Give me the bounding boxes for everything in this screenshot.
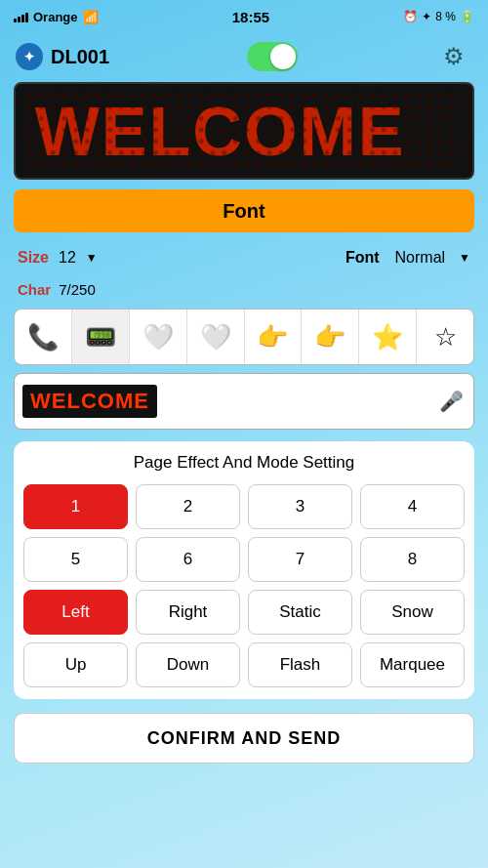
mic-icon[interactable]: 🎤 [439,390,464,413]
emoji-point-right-fill[interactable]: 👉 [302,310,359,364]
char-value: 7/250 [59,281,96,298]
emoji-star-outline[interactable]: ☆ [417,310,473,364]
size-label: Size [18,249,49,267]
effect-btn-snow[interactable]: Snow [360,590,465,635]
effect-grid: 1 2 3 4 5 6 7 8 Left Right Static Snow U… [23,484,465,687]
font-button[interactable]: Font [14,189,474,232]
effect-btn-marquee[interactable]: Marquee [360,642,465,687]
device-name: DL001 [51,46,109,68]
font-dropdown[interactable]: ▼ [459,251,470,265]
emoji-star-fill[interactable]: ⭐ [359,310,417,364]
led-display: WELCOME [14,82,474,180]
effect-btn-down[interactable]: Down [136,642,240,687]
settings-button[interactable]: ⚙ [435,38,472,75]
text-chip: WELCOME [22,385,157,418]
font-button-label: Font [223,200,264,223]
size-dropdown[interactable]: ▼ [86,251,98,265]
emoji-heart-fill[interactable]: 🤍 [187,310,245,364]
carrier-name: Orange [33,10,78,24]
effect-btn-up[interactable]: Up [23,642,128,687]
emoji-heart-outline[interactable]: 🤍 [130,310,187,364]
power-toggle[interactable] [247,42,298,71]
effect-btn-flash[interactable]: Flash [248,642,352,687]
battery-area: ⏰ ✦ 8 % 🔋 [403,10,474,23]
effect-btn-6[interactable]: 6 [136,537,240,582]
effect-btn-2[interactable]: 2 [136,484,240,529]
effect-btn-8[interactable]: 8 [360,537,465,582]
size-font-row: Size 12 ▼ Font Normal ▼ [0,240,488,275]
emoji-picker: 📞 📟 🤍 🤍 👉 👉 ⭐ ☆ [14,309,474,365]
effect-btn-right[interactable]: Right [136,590,240,635]
char-label: Char [18,281,51,298]
font-label: Font [346,249,380,267]
app-header: ✦ DL001 ⚙ [0,31,488,82]
bt-status-icon: ✦ [422,10,431,23]
svg-rect-4 [25,91,463,171]
emoji-point-right-outline[interactable]: 👉 [245,310,303,364]
emoji-phone[interactable]: 📞 [15,310,72,364]
effect-btn-7[interactable]: 7 [248,537,352,582]
confirm-send-button[interactable]: CONFIRM AND SEND [14,713,474,764]
size-value: 12 [59,249,76,267]
wifi-icon: 📶 [83,10,99,24]
effect-title: Page Effect And Mode Setting [23,453,465,473]
effect-section: Page Effect And Mode Setting 1 2 3 4 5 6… [14,441,474,699]
led-text-display: WELCOME [25,90,463,172]
battery-level: 8 % [435,10,456,23]
effect-btn-static[interactable]: Static [248,590,352,635]
char-row: Char 7/250 [0,275,488,303]
effect-btn-4[interactable]: 4 [360,484,465,529]
bluetooth-icon: ✦ [16,43,43,70]
text-input-area[interactable]: WELCOME 🎤 [14,373,474,430]
font-value: Normal [395,249,446,267]
battery-icon: 🔋 [460,10,474,23]
emoji-pager[interactable]: 📟 [72,310,130,364]
toggle-thumb [270,44,296,69]
signal-icon [14,11,28,22]
time-display: 18:55 [232,9,269,25]
effect-btn-3[interactable]: 3 [248,484,352,529]
effect-btn-5[interactable]: 5 [23,537,128,582]
effect-btn-1[interactable]: 1 [23,484,128,529]
effect-btn-left[interactable]: Left [23,590,128,635]
alarm-icon: ⏰ [403,10,418,23]
carrier-info: Orange 📶 [14,10,99,24]
status-bar: Orange 📶 18:55 ⏰ ✦ 8 % 🔋 [0,0,488,31]
header-left: ✦ DL001 [16,43,109,70]
